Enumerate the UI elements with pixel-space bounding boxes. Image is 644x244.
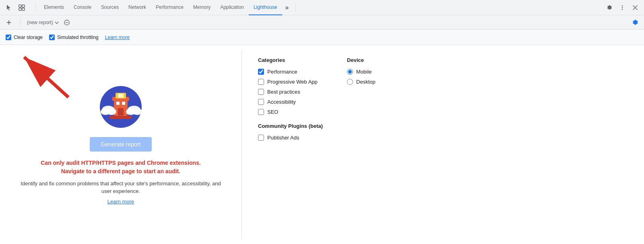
- svg-rect-0: [19, 5, 21, 7]
- generate-report-button[interactable]: Generate report: [90, 137, 152, 152]
- category-best-practices-label[interactable]: Best practices: [258, 89, 323, 95]
- category-seo-label[interactable]: SEO: [258, 109, 323, 115]
- category-pwa-checkbox[interactable]: [258, 79, 264, 85]
- device-desktop-radio[interactable]: [347, 79, 353, 85]
- device-section: Device Mobile Desktop: [347, 57, 411, 232]
- svg-point-4: [622, 5, 623, 6]
- clear-report-button[interactable]: [62, 18, 72, 27]
- community-title: Community Plugins (beta): [258, 123, 323, 129]
- device-desktop-label[interactable]: Desktop: [347, 79, 411, 85]
- svg-rect-2: [19, 8, 21, 10]
- options-learn-more-link[interactable]: Learn more: [105, 35, 130, 40]
- categories-section: Categories Performance Progressive Web A…: [258, 57, 323, 232]
- layers-icon[interactable]: [16, 2, 27, 13]
- tab-left-separator: [35, 4, 36, 12]
- chevron-down-icon: [55, 20, 59, 25]
- community-publisher-ads-checkbox[interactable]: [258, 135, 264, 141]
- cursor-icon[interactable]: [3, 2, 14, 13]
- category-accessibility-label[interactable]: Accessibility: [258, 99, 323, 105]
- simulated-throttling-checkbox-label[interactable]: Simulated throttling: [49, 35, 99, 40]
- devtools-mode-icons: [3, 2, 27, 13]
- category-performance-label[interactable]: Performance: [258, 69, 323, 75]
- tab-network[interactable]: Network: [124, 0, 151, 15]
- community-publisher-ads-label[interactable]: Publisher Ads: [258, 135, 323, 141]
- community-section: Community Plugins (beta) Publisher Ads: [258, 123, 323, 141]
- device-title: Device: [347, 57, 411, 63]
- error-message: Can only audit HTTP/HTTPS pages and Chro…: [41, 159, 201, 176]
- svg-point-5: [622, 7, 623, 8]
- svg-point-6: [622, 9, 623, 10]
- svg-line-14: [24, 57, 68, 97]
- tab-elements[interactable]: Elements: [39, 0, 69, 15]
- toolbar: (new report): [0, 15, 644, 30]
- svg-rect-1: [22, 5, 25, 7]
- tab-sources[interactable]: Sources: [96, 0, 124, 15]
- device-mobile-radio[interactable]: [347, 69, 353, 75]
- settings-gear-icon[interactable]: [604, 2, 615, 13]
- svg-rect-22: [122, 102, 125, 105]
- more-vert-icon[interactable]: [617, 2, 628, 13]
- category-accessibility-checkbox[interactable]: [258, 99, 264, 105]
- close-icon[interactable]: [630, 2, 641, 13]
- tab-performance[interactable]: Performance: [151, 0, 188, 15]
- category-seo-checkbox[interactable]: [258, 109, 264, 115]
- svg-point-25: [107, 109, 116, 115]
- main-learn-more-link[interactable]: Learn more: [107, 199, 134, 205]
- category-performance-checkbox[interactable]: [258, 69, 264, 75]
- tab-right-separator: [295, 4, 296, 12]
- tab-memory[interactable]: Memory: [188, 0, 215, 15]
- toolbar-sep-1: [20, 18, 21, 27]
- svg-rect-19: [118, 94, 124, 98]
- categories-title: Categories: [258, 57, 323, 63]
- lighthouse-logo: [99, 85, 143, 129]
- left-panel: Generate report Can only audit HTTP/HTTP…: [0, 45, 242, 244]
- clear-storage-checkbox[interactable]: [6, 35, 11, 40]
- svg-rect-3: [22, 8, 25, 10]
- tab-more-button[interactable]: »: [282, 0, 292, 15]
- tab-right-icons: [604, 2, 641, 13]
- svg-rect-29: [110, 116, 132, 119]
- clear-storage-checkbox-label[interactable]: Clear storage: [6, 35, 43, 40]
- report-selector[interactable]: (new report): [27, 20, 59, 25]
- category-pwa-label[interactable]: Progressive Web App: [258, 79, 323, 85]
- toolbar-settings-icon[interactable]: [630, 18, 640, 27]
- category-best-practices-checkbox[interactable]: [258, 89, 264, 95]
- arrow-annotation: [12, 49, 76, 105]
- description-text: Identify and fix common problems that af…: [16, 180, 225, 195]
- tab-console[interactable]: Console: [69, 0, 96, 15]
- tab-application[interactable]: Application: [215, 0, 249, 15]
- simulated-throttling-checkbox[interactable]: [49, 35, 55, 40]
- device-mobile-label[interactable]: Mobile: [347, 69, 411, 75]
- svg-rect-21: [116, 102, 120, 105]
- tab-lighthouse[interactable]: Lighthouse: [249, 0, 282, 15]
- main-content: Generate report Can only audit HTTP/HTTP…: [0, 45, 644, 244]
- svg-point-28: [132, 109, 142, 115]
- tab-bar: Elements Console Sources Network Perform…: [0, 0, 644, 15]
- options-bar: Clear storage Simulated throttling Learn…: [0, 30, 644, 45]
- svg-rect-20: [118, 108, 124, 115]
- add-report-button[interactable]: [4, 18, 14, 27]
- right-panel: Categories Performance Progressive Web A…: [242, 45, 644, 244]
